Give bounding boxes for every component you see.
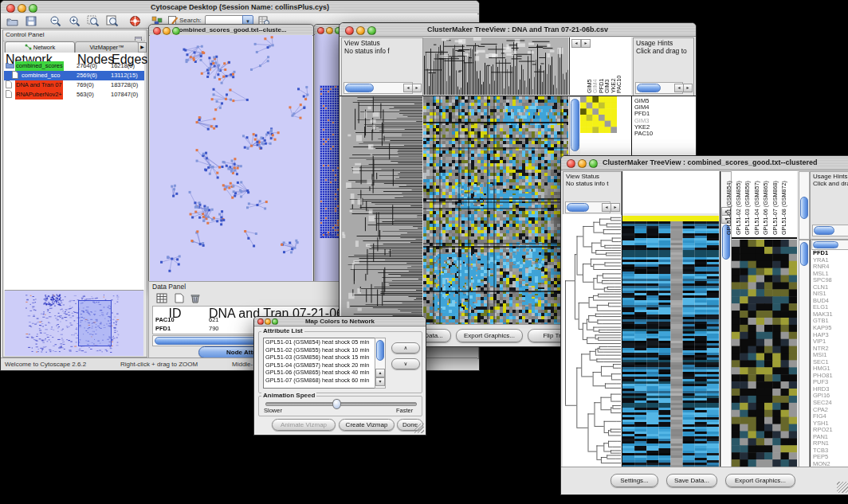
animate-vizmap-button[interactable]: Animate Vizmap bbox=[272, 419, 336, 431]
column-label[interactable]: GPL51-06 (GSM865) bbox=[763, 173, 770, 235]
zoom-button[interactable] bbox=[272, 318, 278, 325]
data-row-id[interactable]: PFD1 bbox=[155, 324, 171, 333]
tv2-zoom-heatmap[interactable] bbox=[732, 240, 797, 467]
close-button[interactable] bbox=[153, 27, 161, 35]
minimize-button[interactable] bbox=[326, 27, 333, 34]
zoom-in-button[interactable] bbox=[66, 14, 82, 27]
new-attribute-button[interactable] bbox=[171, 291, 187, 304]
scroll-left-icon[interactable]: ◂ bbox=[571, 39, 581, 48]
save-data-button[interactable]: Save Data... bbox=[666, 474, 717, 487]
scroll-right-icon[interactable]: ▸ bbox=[412, 84, 422, 92]
data-col-id[interactable]: ID bbox=[153, 307, 197, 314]
move-up-button[interactable]: ∧ bbox=[391, 342, 420, 354]
resize-grip[interactable] bbox=[837, 482, 848, 493]
column-label[interactable]: GPL51-01 (GSM854) bbox=[726, 173, 733, 235]
network-overview-thumbnail[interactable] bbox=[5, 290, 143, 356]
column-label[interactable]: GPL51-02 (GSM855) bbox=[736, 173, 743, 235]
settings-button[interactable]: Settings... bbox=[610, 474, 658, 487]
scroll-right-icon[interactable]: ▸ bbox=[581, 39, 591, 48]
tv2-labels-vscrollbar[interactable] bbox=[799, 171, 810, 240]
attribute-list-item[interactable]: GPL51-07 (GSM868) heat shock 60 min bbox=[264, 377, 385, 385]
zoom-button[interactable] bbox=[29, 4, 37, 13]
tv2-button-bar: Settings... Save Data... Export Graphics… bbox=[561, 467, 848, 494]
scroll-right-icon[interactable]: ▸ bbox=[683, 84, 693, 92]
attribute-list-item[interactable]: GPL51-04 (GSM857) heat shock 20 min bbox=[264, 361, 385, 369]
network-edges: 183728(0) bbox=[111, 80, 138, 90]
move-down-button[interactable]: ∨ bbox=[391, 358, 420, 369]
close-button[interactable] bbox=[567, 159, 575, 168]
save-button[interactable] bbox=[23, 14, 39, 27]
network-canvas[interactable] bbox=[150, 35, 312, 289]
delete-attribute-button[interactable] bbox=[187, 291, 203, 304]
tv2-column-dendrogram-area[interactable] bbox=[622, 171, 719, 213]
column-label[interactable]: GPL51-04 (GSM857) bbox=[754, 173, 761, 235]
attribute-listbox[interactable]: GPL51-01 (GSM854) heat shock 05 minGPL51… bbox=[263, 338, 386, 389]
tab-network[interactable]: Network bbox=[5, 41, 75, 53]
minimize-button[interactable] bbox=[163, 27, 171, 35]
close-button[interactable] bbox=[317, 27, 324, 34]
data-row-value[interactable]: 621 bbox=[209, 315, 219, 324]
tv1-zoom-heatmap[interactable] bbox=[580, 96, 617, 133]
close-button[interactable] bbox=[257, 318, 264, 325]
tv2-view-status-panel: View Status No status info t ◂ ▸ bbox=[563, 171, 622, 215]
attribute-list-item[interactable]: GPL51-06 (GSM865) heat shock 40 min bbox=[264, 369, 385, 377]
column-label[interactable]: PAC10 bbox=[616, 49, 623, 93]
tv2-heatmap[interactable] bbox=[622, 214, 719, 467]
zoom-button[interactable] bbox=[172, 27, 180, 35]
main-titlebar[interactable]: Cytoscape Desktop (Session Name: collins… bbox=[1, 1, 479, 14]
export-graphics-button[interactable]: Export Graphics... bbox=[456, 329, 523, 342]
column-label[interactable]: GPL51-03 (GSM856) bbox=[744, 173, 752, 235]
network-table-row[interactable]: combined_scores2764(0)16218(0) bbox=[4, 61, 144, 71]
tv2-hints-hscrollbar[interactable] bbox=[812, 225, 848, 236]
dialog-title: Map Colors to Network bbox=[305, 318, 375, 325]
scroll-up-icon[interactable]: ▴ bbox=[375, 369, 385, 377]
resize-grip[interactable] bbox=[414, 424, 424, 433]
gene-label[interactable]: PAC10 bbox=[634, 131, 690, 137]
zoom-out-button[interactable] bbox=[47, 14, 63, 27]
zoom-fit-button[interactable] bbox=[104, 14, 120, 27]
attribute-list-item[interactable]: GPL51-02 (GSM855) heat shock 10 min bbox=[264, 346, 385, 354]
attribute-list-item[interactable]: GPL51-03 (GSM856) heat shock 15 min bbox=[264, 354, 385, 361]
tv2-zoom-vscrollbar[interactable] bbox=[799, 240, 810, 468]
col-header-network[interactable]: Network bbox=[4, 53, 76, 61]
minimize-button[interactable] bbox=[578, 159, 587, 168]
tv1-column-dendrogram[interactable] bbox=[423, 37, 568, 95]
scroll-down-icon[interactable]: ▾ bbox=[375, 377, 385, 386]
attribute-select-button[interactable] bbox=[154, 291, 170, 304]
tv1-heatmap[interactable] bbox=[423, 96, 568, 324]
column-label[interactable]: GPL51-07 (GSM868) bbox=[772, 173, 779, 235]
column-label[interactable]: GPL51-08 (GSM872) bbox=[781, 173, 788, 235]
attribute-list-vscrollbar[interactable]: ▴ ▾ bbox=[375, 338, 386, 389]
zoom-button[interactable] bbox=[367, 26, 376, 35]
tv1-row-dendrogram[interactable] bbox=[341, 96, 422, 324]
create-vizmap-button[interactable]: Create Vizmap bbox=[339, 419, 395, 431]
minimize-button[interactable] bbox=[356, 26, 365, 35]
open-file-button[interactable] bbox=[4, 14, 20, 27]
tv1-status-hscrollbar[interactable] bbox=[344, 82, 413, 94]
speed-slider-thumb[interactable] bbox=[332, 399, 341, 409]
network-table-row[interactable]: RNAPuberNov2+563(0)107847(0) bbox=[4, 90, 144, 100]
speed-slider-track[interactable] bbox=[265, 402, 417, 406]
network-table-row[interactable]: DNA and Tran 07769(0)183728(0) bbox=[4, 80, 144, 90]
tab-overflow-button[interactable]: ▶ bbox=[138, 42, 147, 53]
network-table-row[interactable]: combined_sco2569(6)13112(15) bbox=[4, 71, 144, 80]
attribute-list-item[interactable]: GPL51-01 (GSM854) heat shock 05 min bbox=[264, 338, 385, 346]
tab-vizmapper[interactable]: VizMapper™ bbox=[75, 41, 139, 53]
close-button[interactable] bbox=[6, 4, 15, 13]
col-header-edges[interactable]: Edges bbox=[110, 53, 144, 61]
help-button[interactable] bbox=[127, 14, 143, 27]
close-button[interactable] bbox=[345, 26, 354, 35]
zoom-selected-button[interactable] bbox=[85, 14, 101, 27]
zoom-button[interactable] bbox=[589, 159, 598, 168]
network-nodes: 2764(0) bbox=[77, 61, 97, 71]
minimize-button[interactable] bbox=[18, 4, 26, 13]
tv2-row-dendrogram[interactable] bbox=[563, 214, 621, 467]
minimize-button[interactable] bbox=[265, 318, 271, 325]
desktop: Cytoscape Desktop (Session Name: collins… bbox=[0, 0, 848, 504]
usage-hints-text: Click and drag to bbox=[636, 47, 690, 55]
data-row-value[interactable]: 790 bbox=[209, 324, 219, 333]
export-graphics-button[interactable]: Export Graphics... bbox=[725, 474, 795, 487]
data-row-id[interactable]: PAC10 bbox=[155, 315, 175, 324]
scroll-right-icon[interactable]: ▸ bbox=[610, 203, 620, 212]
col-header-nodes[interactable]: Nodes bbox=[76, 53, 111, 61]
